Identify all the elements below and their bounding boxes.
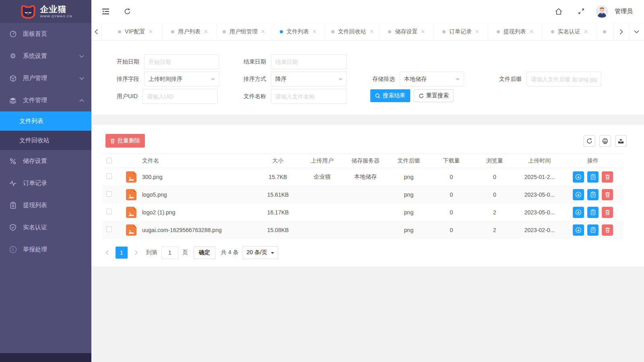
tab-close-icon[interactable] bbox=[584, 30, 588, 33]
tab-close-icon[interactable] bbox=[261, 30, 265, 33]
next-page-button[interactable] bbox=[132, 247, 140, 259]
tab-real-name-auth[interactable]: 实名认证 bbox=[542, 23, 597, 40]
tab-vip-config[interactable]: VIP配置 bbox=[108, 23, 163, 40]
sidebar-item-file-list[interactable]: 文件列表 bbox=[0, 111, 91, 131]
file-name-input[interactable] bbox=[271, 89, 347, 104]
tab-user-group[interactable]: 用户组管理 bbox=[217, 23, 271, 40]
home-icon[interactable] bbox=[551, 3, 567, 19]
tab-label: 储存设置 bbox=[395, 28, 417, 35]
adjust-icon bbox=[9, 158, 17, 165]
download-button[interactable] bbox=[573, 207, 584, 218]
tab-order-records[interactable]: 订单记录 bbox=[434, 23, 488, 40]
row-checkbox[interactable] bbox=[106, 226, 112, 232]
export-button[interactable] bbox=[615, 135, 627, 147]
file-views: 2 bbox=[473, 209, 516, 216]
file-upload-time: 2023-05-0... bbox=[516, 191, 563, 198]
copy-link-button[interactable] bbox=[587, 207, 599, 218]
goto-page-label: 到第 bbox=[146, 249, 157, 256]
tab-close-icon[interactable] bbox=[421, 30, 425, 33]
prev-page-button[interactable] bbox=[103, 247, 111, 259]
download-button[interactable] bbox=[573, 224, 584, 236]
sort-order-select[interactable]: 降序 bbox=[271, 72, 347, 86]
fullscreen-icon[interactable] bbox=[573, 3, 589, 19]
avatar[interactable] bbox=[596, 5, 608, 18]
refresh-page-button[interactable] bbox=[119, 3, 135, 19]
row-checkbox[interactable] bbox=[106, 173, 112, 179]
pagination: 1 到第 页 确定 共 4 条 20 条/页 bbox=[103, 246, 278, 259]
sidebar-item-order-records[interactable]: 订单记录 bbox=[0, 172, 91, 194]
reset-search-button[interactable]: 重置搜索 bbox=[414, 89, 454, 102]
file-views: 2 bbox=[473, 227, 516, 233]
goto-confirm-button[interactable]: 确定 bbox=[194, 247, 215, 259]
sidebar-item-system-settings[interactable]: ⚙ 系统设置 bbox=[0, 45, 91, 67]
tab-label: 提现列表 bbox=[504, 28, 526, 35]
trash-icon bbox=[110, 138, 115, 144]
file-views: 0 bbox=[473, 174, 516, 180]
sort-field-select[interactable]: 上传时间排序 bbox=[144, 72, 219, 86]
user-uid-input[interactable] bbox=[142, 89, 218, 104]
collapse-sidebar-button[interactable] bbox=[97, 3, 114, 19]
tab-close-icon[interactable] bbox=[149, 30, 153, 33]
tabbar: VIP配置 用户列表 用户组管理 文件列表 文件回收站 储存设置 订单记录 提现… bbox=[91, 23, 644, 41]
tab-close-icon[interactable] bbox=[475, 30, 479, 33]
tab-file-recycle[interactable]: 文件回收站 bbox=[325, 23, 380, 40]
tab-user-list[interactable]: 用户列表 bbox=[163, 23, 217, 40]
username[interactable]: 管理员 bbox=[615, 8, 633, 15]
sidebar-item-file-recycle[interactable]: 文件回收站 bbox=[0, 131, 91, 150]
table-row: 300.png 15.7KB 企业猫 本地储存 png 0 0 2025-01-… bbox=[103, 168, 623, 186]
logo[interactable]: 企业猫 WWW.QYMAO.CN bbox=[0, 0, 91, 23]
search-button[interactable]: 搜索结果 bbox=[370, 89, 410, 102]
storage-filter-select[interactable]: 本地储存 bbox=[400, 72, 464, 86]
info-circle-icon: i bbox=[9, 246, 17, 253]
delete-button[interactable] bbox=[602, 224, 613, 236]
page-number-button[interactable]: 1 bbox=[116, 247, 128, 259]
sidebar-item-file-management[interactable]: 文件管理 bbox=[0, 89, 91, 111]
file-suffix: png bbox=[388, 209, 430, 216]
delete-button[interactable] bbox=[602, 189, 613, 200]
copy-link-button[interactable] bbox=[587, 171, 599, 183]
print-button[interactable] bbox=[599, 135, 611, 147]
tab-label: 用户列表 bbox=[178, 28, 200, 35]
batch-delete-button[interactable]: 批量删除 bbox=[105, 134, 145, 148]
tab-close-icon[interactable] bbox=[313, 30, 316, 33]
chevron-down-icon bbox=[79, 55, 84, 58]
tab-close-icon[interactable] bbox=[530, 30, 533, 33]
row-checkbox[interactable] bbox=[106, 191, 112, 197]
download-button[interactable] bbox=[573, 171, 584, 183]
delete-button[interactable] bbox=[602, 171, 613, 183]
tabs-scroll-left-button[interactable] bbox=[91, 23, 102, 40]
tab-close-icon[interactable] bbox=[204, 30, 208, 33]
end-date-label: 结束日期 bbox=[244, 58, 266, 66]
table-body: 300.png 15.7KB 企业猫 本地储存 png 0 0 2025-01-… bbox=[103, 168, 623, 239]
pulse-icon bbox=[9, 180, 17, 187]
tab-label: 订单记录 bbox=[449, 28, 472, 35]
file-suffix-input[interactable] bbox=[526, 72, 601, 86]
select-all-checkbox[interactable] bbox=[106, 158, 112, 163]
sidebar-item-user-management[interactable]: 用户管理 bbox=[0, 67, 91, 89]
end-date-input[interactable] bbox=[271, 54, 347, 69]
table-row: logo2 (1).png 16.17KB png 0 2 2023-05-0.… bbox=[103, 204, 623, 221]
sort-field-label: 排序字段 bbox=[117, 76, 139, 83]
tabs-scroll-right-button[interactable] bbox=[613, 23, 629, 40]
download-button[interactable] bbox=[573, 189, 584, 200]
delete-button[interactable] bbox=[602, 207, 613, 218]
tab-withdraw-list[interactable]: 提现列表 bbox=[488, 23, 543, 40]
tabs-menu-button[interactable] bbox=[629, 23, 644, 40]
copy-link-button[interactable] bbox=[587, 189, 599, 200]
per-page-select[interactable]: 20 条/页 bbox=[243, 246, 278, 259]
row-checkbox[interactable] bbox=[106, 209, 112, 214]
sidebar-item-real-name-auth[interactable]: 实名认证 bbox=[0, 216, 91, 239]
tab-file-list[interactable]: 文件列表 bbox=[271, 23, 325, 40]
table-refresh-button[interactable] bbox=[584, 135, 595, 147]
file-size: 15.08KB bbox=[255, 227, 301, 233]
sidebar-item-report-handling[interactable]: i 举报处理 bbox=[0, 239, 91, 261]
tab-close-icon[interactable] bbox=[370, 30, 374, 33]
copy-link-button[interactable] bbox=[587, 224, 599, 236]
start-date-input[interactable] bbox=[144, 54, 219, 69]
tab-storage-settings[interactable]: 储存设置 bbox=[380, 23, 434, 40]
sidebar-item-storage-settings[interactable]: 储存设置 bbox=[0, 150, 91, 172]
sidebar-item-withdraw-list[interactable]: 提现列表 bbox=[0, 194, 91, 216]
tab-partial[interactable] bbox=[597, 23, 613, 40]
goto-page-input[interactable] bbox=[161, 247, 178, 259]
sidebar-item-dashboard[interactable]: 面板首页 bbox=[0, 23, 91, 45]
